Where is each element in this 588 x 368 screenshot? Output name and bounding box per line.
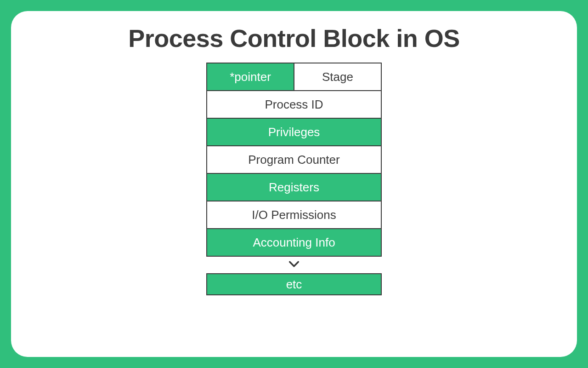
chevron-down-icon [288, 258, 300, 270]
pcb-cell-registers: Registers [206, 173, 382, 201]
pcb-cell-pointer: *pointer [206, 63, 294, 91]
pcb-cell-privileges: Privileges [206, 118, 382, 146]
pcb-cell-stage: Stage [294, 63, 382, 91]
diagram-card: Process Control Block in OS *pointer Sta… [11, 11, 577, 357]
pcb-cell-program-counter: Program Counter [206, 145, 382, 174]
pcb-cell-io-permissions: I/O Permissions [206, 201, 382, 229]
pcb-cell-process-id: Process ID [206, 90, 382, 119]
pcb-cell-accounting-info: Accounting Info [206, 228, 382, 257]
diagram-title: Process Control Block in OS [128, 24, 460, 52]
pcb-stack: *pointer Stage Process ID Privileges Pro… [206, 63, 382, 295]
pcb-row-split: *pointer Stage [206, 63, 382, 91]
pcb-cell-etc: etc [206, 273, 382, 295]
